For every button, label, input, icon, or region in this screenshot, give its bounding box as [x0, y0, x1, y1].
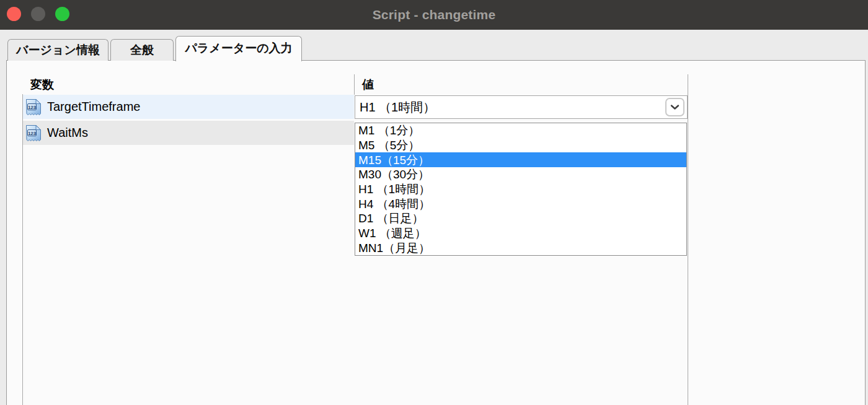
- parameter-row-waitms[interactable]: 123 WaitMs: [23, 121, 354, 145]
- dropdown-item[interactable]: MN1（月足）: [355, 240, 686, 255]
- column-header-value: 値: [362, 77, 374, 93]
- window-title: Script - changetime: [373, 7, 496, 22]
- dropdown-item[interactable]: D1 （日足）: [355, 211, 686, 226]
- timeframe-combobox[interactable]: H1 （1時間）: [355, 95, 688, 119]
- numeric-parameter-icon: 123: [25, 98, 42, 115]
- dropdown-item[interactable]: H4 （4時間）: [355, 196, 686, 211]
- parameter-panel: 変数 値 123 TargetTimeframe: [6, 60, 866, 405]
- timeframe-dropdown-list[interactable]: M1 （1分）M5 （5分）M15（15分）M30（30分）H1 （1時間）H4…: [355, 123, 687, 256]
- dropdown-item[interactable]: H1 （1時間）: [355, 182, 686, 197]
- dropdown-item[interactable]: W1 （週足）: [355, 226, 686, 241]
- column-divider: [354, 74, 355, 95]
- svg-text:123: 123: [28, 105, 37, 110]
- numeric-parameter-icon: 123: [25, 124, 42, 141]
- chevron-down-icon: [670, 104, 680, 110]
- dropdown-item[interactable]: M15（15分）: [355, 152, 686, 167]
- dropdown-item[interactable]: M1 （1分）: [355, 123, 686, 138]
- tab-general[interactable]: 全般: [110, 39, 174, 61]
- dropdown-item[interactable]: M5 （5分）: [355, 138, 686, 153]
- close-button[interactable]: [7, 7, 21, 21]
- titlebar[interactable]: Script - changetime: [0, 0, 868, 30]
- parameter-name: TargetTimeframe: [47, 100, 140, 114]
- zoom-button[interactable]: [55, 7, 69, 21]
- tab-version-info[interactable]: バージョン情報: [7, 39, 108, 61]
- combobox-value: H1 （1時間）: [360, 96, 435, 118]
- traffic-lights: [7, 7, 69, 21]
- tab-parameter-input[interactable]: パラメーターの入力: [175, 36, 302, 61]
- table-right-border: [688, 74, 688, 405]
- dropdown-item[interactable]: M30（30分）: [355, 167, 686, 182]
- column-header-variable: 変数: [30, 77, 54, 93]
- parameter-name: WaitMs: [47, 126, 88, 140]
- minimize-button[interactable]: [31, 7, 45, 21]
- script-parameters-window: Script - changetime バージョン情報 全般 パラメーターの入力…: [0, 0, 868, 405]
- combobox-dropdown-button[interactable]: [665, 98, 684, 116]
- svg-text:123: 123: [28, 131, 37, 136]
- parameter-row-targettimeframe[interactable]: 123 TargetTimeframe: [23, 95, 354, 119]
